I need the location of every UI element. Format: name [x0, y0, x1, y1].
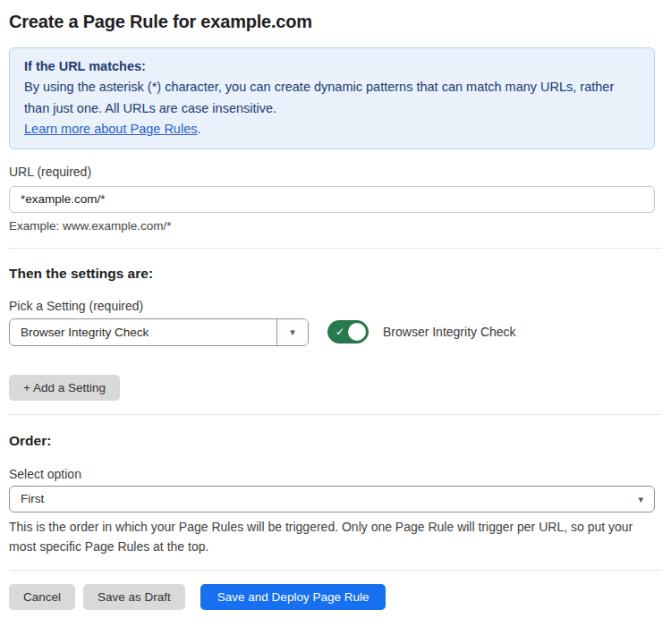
url-field-label: URL (required) — [9, 165, 655, 179]
order-section-heading: Order: — [9, 433, 655, 449]
order-select-label: Select option — [9, 467, 655, 481]
browser-integrity-toggle[interactable]: ✓ — [327, 320, 369, 343]
info-box-link-line: Learn more about Page Rules. — [24, 119, 640, 140]
toggle-label: Browser Integrity Check — [383, 325, 516, 339]
page-title: Create a Page Rule for example.com — [9, 11, 655, 32]
settings-section-heading: Then the settings are: — [9, 266, 655, 282]
info-box-body: By using the asterisk (*) character, you… — [24, 77, 640, 119]
info-box-heading: If the URL matches: — [24, 56, 640, 77]
setting-row: Browser Integrity Check ▾ ✓ Browser Inte… — [9, 318, 655, 346]
pick-setting-label: Pick a Setting (required) — [9, 299, 655, 313]
chevron-down-icon: ▾ — [290, 327, 295, 337]
page-rule-form: Create a Page Rule for example.com If th… — [0, 0, 671, 610]
chevron-down-icon: ▾ — [638, 494, 643, 504]
order-helper-text: This is the order in which your Page Rul… — [9, 517, 655, 556]
url-input[interactable] — [9, 186, 655, 213]
order-select-value: First — [21, 492, 44, 505]
divider — [9, 248, 662, 249]
save-draft-button[interactable]: Save as Draft — [83, 584, 185, 610]
footer-actions: Cancel Save as Draft Save and Deploy Pag… — [9, 584, 655, 610]
add-setting-button[interactable]: + Add a Setting — [9, 375, 120, 401]
divider — [9, 570, 662, 571]
cancel-button[interactable]: Cancel — [9, 584, 75, 610]
setting-select-value: Browser Integrity Check — [10, 319, 276, 345]
check-icon: ✓ — [336, 326, 344, 338]
url-matches-info-box: If the URL matches: By using the asteris… — [9, 47, 655, 149]
setting-select-arrow-button[interactable]: ▾ — [276, 319, 308, 345]
order-select[interactable]: First ▾ — [9, 486, 655, 513]
divider — [9, 414, 662, 415]
url-example-helper: Example: www.example.com/* — [9, 219, 655, 233]
learn-more-link[interactable]: Learn more about Page Rules — [24, 122, 197, 136]
toggle-knob — [348, 323, 366, 341]
link-suffix: . — [197, 122, 200, 136]
setting-select[interactable]: Browser Integrity Check ▾ — [9, 318, 309, 346]
save-deploy-button[interactable]: Save and Deploy Page Rule — [200, 584, 386, 610]
